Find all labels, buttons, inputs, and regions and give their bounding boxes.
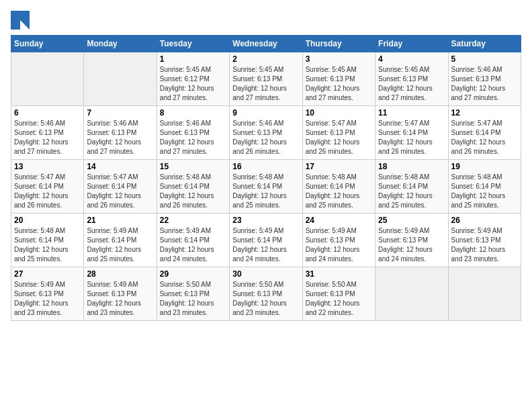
day-number: 1: [160, 54, 226, 64]
day-number: 31: [306, 269, 372, 279]
calendar-week-4: 20Sunrise: 5:48 AM Sunset: 6:14 PM Dayli…: [11, 214, 521, 267]
calendar-cell: 3Sunrise: 5:45 AM Sunset: 6:13 PM Daylig…: [302, 52, 375, 106]
day-number: 20: [14, 216, 81, 225]
day-number: 27: [14, 269, 81, 279]
day-info: Sunrise: 5:45 AM Sunset: 6:13 PM Dayligh…: [378, 65, 445, 103]
calendar-cell: 9Sunrise: 5:46 AM Sunset: 6:13 PM Daylig…: [230, 106, 302, 160]
calendar-week-5: 27Sunrise: 5:49 AM Sunset: 6:13 PM Dayli…: [11, 267, 521, 321]
calendar-cell: 11Sunrise: 5:47 AM Sunset: 6:14 PM Dayli…: [375, 106, 448, 160]
calendar-cell: 18Sunrise: 5:48 AM Sunset: 6:14 PM Dayli…: [375, 160, 448, 214]
calendar-cell: 27Sunrise: 5:49 AM Sunset: 6:13 PM Dayli…: [11, 267, 84, 321]
calendar-week-2: 6Sunrise: 5:46 AM Sunset: 6:13 PM Daylig…: [11, 106, 521, 160]
calendar-cell: 4Sunrise: 5:45 AM Sunset: 6:13 PM Daylig…: [375, 52, 448, 106]
calendar-cell: 23Sunrise: 5:49 AM Sunset: 6:14 PM Dayli…: [230, 214, 302, 267]
day-number: 7: [87, 108, 153, 118]
calendar-cell: 7Sunrise: 5:46 AM Sunset: 6:13 PM Daylig…: [84, 106, 157, 160]
day-number: 22: [160, 216, 226, 225]
day-info: Sunrise: 5:46 AM Sunset: 6:13 PM Dayligh…: [451, 65, 518, 103]
calendar-week-3: 13Sunrise: 5:47 AM Sunset: 6:14 PM Dayli…: [11, 160, 521, 214]
svg-rect-2: [11, 20, 20, 30]
day-number: 19: [451, 162, 518, 171]
day-info: Sunrise: 5:50 AM Sunset: 6:13 PM Dayligh…: [232, 280, 299, 318]
day-number: 5: [451, 54, 518, 64]
day-info: Sunrise: 5:46 AM Sunset: 6:13 PM Dayligh…: [232, 119, 299, 156]
svg-rect-0: [11, 11, 20, 20]
calendar-cell: 6Sunrise: 5:46 AM Sunset: 6:13 PM Daylig…: [11, 106, 84, 160]
day-info: Sunrise: 5:49 AM Sunset: 6:13 PM Dayligh…: [378, 226, 445, 264]
calendar-cell: 1Sunrise: 5:45 AM Sunset: 6:12 PM Daylig…: [157, 52, 229, 106]
day-info: Sunrise: 5:47 AM Sunset: 6:14 PM Dayligh…: [451, 119, 518, 156]
calendar-cell: 2Sunrise: 5:45 AM Sunset: 6:13 PM Daylig…: [230, 52, 302, 106]
day-info: Sunrise: 5:47 AM Sunset: 6:14 PM Dayligh…: [14, 173, 81, 210]
weekday-header-thursday: Thursday: [302, 36, 375, 52]
day-number: 15: [160, 162, 226, 171]
day-info: Sunrise: 5:47 AM Sunset: 6:14 PM Dayligh…: [378, 119, 445, 156]
calendar-cell: 12Sunrise: 5:47 AM Sunset: 6:14 PM Dayli…: [448, 106, 521, 160]
day-number: 29: [160, 269, 226, 279]
day-info: Sunrise: 5:48 AM Sunset: 6:14 PM Dayligh…: [306, 173, 372, 210]
day-info: Sunrise: 5:48 AM Sunset: 6:14 PM Dayligh…: [378, 173, 445, 210]
weekday-header-sunday: Sunday: [11, 36, 84, 52]
day-info: Sunrise: 5:50 AM Sunset: 6:13 PM Dayligh…: [306, 280, 372, 318]
day-info: Sunrise: 5:46 AM Sunset: 6:13 PM Dayligh…: [14, 119, 81, 156]
calendar-cell: 31Sunrise: 5:50 AM Sunset: 6:13 PM Dayli…: [302, 267, 375, 321]
day-number: 9: [232, 108, 299, 118]
day-info: Sunrise: 5:49 AM Sunset: 6:13 PM Dayligh…: [87, 280, 153, 318]
day-info: Sunrise: 5:49 AM Sunset: 6:13 PM Dayligh…: [14, 280, 81, 318]
day-info: Sunrise: 5:49 AM Sunset: 6:13 PM Dayligh…: [306, 226, 372, 264]
day-info: Sunrise: 5:50 AM Sunset: 6:13 PM Dayligh…: [160, 280, 226, 318]
calendar-table: SundayMondayTuesdayWednesdayThursdayFrid…: [11, 35, 521, 321]
day-number: 21: [87, 216, 153, 225]
calendar-week-1: 1Sunrise: 5:45 AM Sunset: 6:12 PM Daylig…: [11, 52, 521, 106]
logo: [11, 11, 32, 30]
calendar-cell: 8Sunrise: 5:46 AM Sunset: 6:13 PM Daylig…: [157, 106, 229, 160]
calendar-cell: 25Sunrise: 5:49 AM Sunset: 6:13 PM Dayli…: [375, 214, 448, 267]
calendar-cell: 10Sunrise: 5:47 AM Sunset: 6:13 PM Dayli…: [302, 106, 375, 160]
calendar-cell: 29Sunrise: 5:50 AM Sunset: 6:13 PM Dayli…: [157, 267, 229, 321]
weekday-header-tuesday: Tuesday: [157, 36, 229, 52]
day-info: Sunrise: 5:49 AM Sunset: 6:14 PM Dayligh…: [160, 226, 226, 264]
day-info: Sunrise: 5:49 AM Sunset: 6:14 PM Dayligh…: [232, 226, 299, 264]
day-info: Sunrise: 5:47 AM Sunset: 6:13 PM Dayligh…: [306, 119, 372, 156]
day-info: Sunrise: 5:47 AM Sunset: 6:14 PM Dayligh…: [87, 173, 153, 210]
day-number: 6: [14, 108, 81, 118]
calendar-cell: 15Sunrise: 5:48 AM Sunset: 6:14 PM Dayli…: [157, 160, 229, 214]
calendar-cell: [84, 52, 157, 106]
weekday-header-monday: Monday: [84, 36, 157, 52]
day-number: 28: [87, 269, 153, 279]
day-number: 3: [306, 54, 372, 64]
calendar-cell: 19Sunrise: 5:48 AM Sunset: 6:14 PM Dayli…: [448, 160, 521, 214]
day-number: 13: [14, 162, 81, 171]
day-number: 12: [451, 108, 518, 118]
day-number: 26: [451, 216, 518, 225]
page-header: [11, 11, 521, 30]
calendar-cell: [448, 267, 521, 321]
calendar-cell: 16Sunrise: 5:48 AM Sunset: 6:14 PM Dayli…: [230, 160, 302, 214]
day-info: Sunrise: 5:45 AM Sunset: 6:12 PM Dayligh…: [160, 65, 226, 103]
day-info: Sunrise: 5:48 AM Sunset: 6:14 PM Dayligh…: [160, 173, 226, 210]
day-number: 14: [87, 162, 153, 171]
day-number: 24: [306, 216, 372, 225]
day-info: Sunrise: 5:45 AM Sunset: 6:13 PM Dayligh…: [232, 65, 299, 103]
weekday-header-friday: Friday: [375, 36, 448, 52]
day-number: 30: [232, 269, 299, 279]
calendar-cell: 5Sunrise: 5:46 AM Sunset: 6:13 PM Daylig…: [448, 52, 521, 106]
day-info: Sunrise: 5:45 AM Sunset: 6:13 PM Dayligh…: [306, 65, 372, 103]
day-info: Sunrise: 5:46 AM Sunset: 6:13 PM Dayligh…: [87, 119, 153, 156]
day-number: 18: [378, 162, 445, 171]
calendar-cell: 28Sunrise: 5:49 AM Sunset: 6:13 PM Dayli…: [84, 267, 157, 321]
day-number: 16: [232, 162, 299, 171]
day-number: 23: [232, 216, 299, 225]
calendar-cell: 13Sunrise: 5:47 AM Sunset: 6:14 PM Dayli…: [11, 160, 84, 214]
day-info: Sunrise: 5:48 AM Sunset: 6:14 PM Dayligh…: [14, 226, 81, 264]
day-number: 25: [378, 216, 445, 225]
calendar-cell: 21Sunrise: 5:49 AM Sunset: 6:14 PM Dayli…: [84, 214, 157, 267]
calendar-cell: 24Sunrise: 5:49 AM Sunset: 6:13 PM Dayli…: [302, 214, 375, 267]
calendar-header-row: SundayMondayTuesdayWednesdayThursdayFrid…: [11, 36, 521, 52]
day-info: Sunrise: 5:46 AM Sunset: 6:13 PM Dayligh…: [160, 119, 226, 156]
weekday-header-saturday: Saturday: [448, 36, 521, 52]
day-info: Sunrise: 5:48 AM Sunset: 6:14 PM Dayligh…: [232, 173, 299, 210]
day-number: 4: [378, 54, 445, 64]
calendar-cell: 17Sunrise: 5:48 AM Sunset: 6:14 PM Dayli…: [302, 160, 375, 214]
calendar-cell: 14Sunrise: 5:47 AM Sunset: 6:14 PM Dayli…: [84, 160, 157, 214]
